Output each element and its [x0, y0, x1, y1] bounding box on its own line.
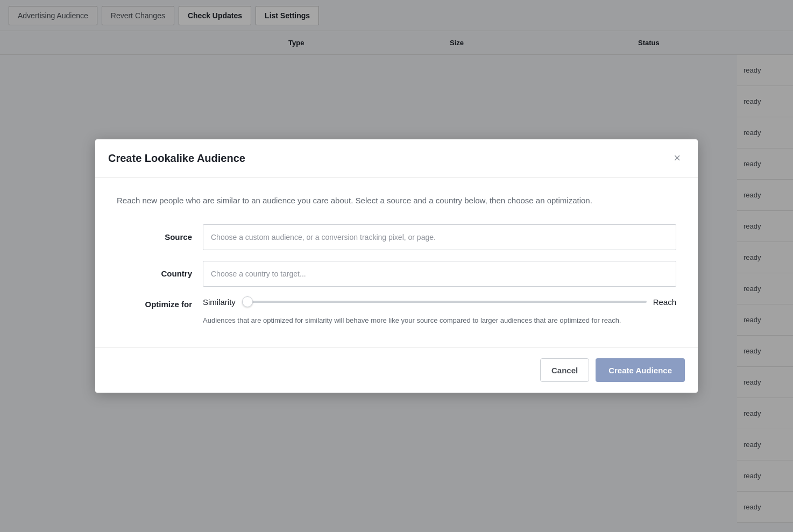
- modal-body: Reach new people who are similar to an a…: [95, 178, 698, 347]
- country-input[interactable]: [203, 261, 676, 287]
- optimize-description-text: Audiences that are optimized for similar…: [203, 315, 622, 326]
- create-lookalike-audience-modal: Create Lookalike Audience × Reach new pe…: [95, 139, 698, 393]
- modal-footer: Cancel Create Audience: [95, 347, 698, 393]
- modal-header: Create Lookalike Audience ×: [95, 139, 698, 178]
- slider-thumb: [242, 296, 253, 307]
- similarity-label: Similarity: [203, 297, 236, 307]
- reach-label: Reach: [653, 297, 676, 307]
- slider-row: Similarity Reach: [203, 297, 676, 307]
- optimize-controls: Similarity Reach Audiences that are opti…: [203, 297, 676, 326]
- source-row: Source: [117, 224, 676, 250]
- modal-description: Reach new people who are similar to an a…: [117, 195, 676, 207]
- optimize-slider[interactable]: [242, 301, 647, 303]
- modal-title: Create Lookalike Audience: [108, 152, 245, 165]
- modal-close-button[interactable]: ×: [669, 150, 685, 166]
- modal-overlay: Create Lookalike Audience × Reach new pe…: [0, 0, 793, 532]
- country-label: Country: [117, 269, 203, 278]
- cancel-button[interactable]: Cancel: [540, 358, 589, 382]
- country-row: Country: [117, 261, 676, 287]
- create-audience-button[interactable]: Create Audience: [596, 358, 685, 382]
- optimize-row: Optimize for Similarity Reach Audiences …: [117, 297, 676, 326]
- source-input[interactable]: [203, 224, 676, 250]
- optimize-label: Optimize for: [117, 297, 203, 309]
- source-label: Source: [117, 232, 203, 242]
